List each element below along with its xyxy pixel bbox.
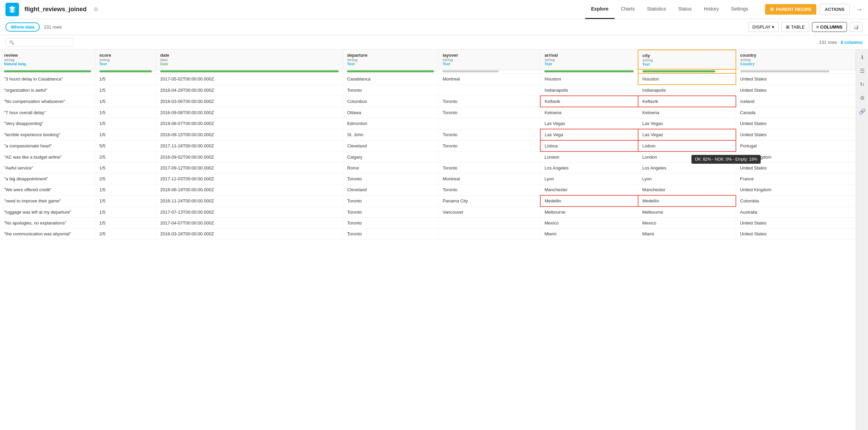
col-header-date[interactable]: date date Date — [156, 50, 343, 69]
cell-score[interactable]: 2/5 — [95, 151, 156, 163]
cell-city[interactable]: Indianapolis — [638, 85, 736, 96]
cell-departure[interactable]: Toronto — [343, 85, 438, 96]
cell-date[interactable]: 2016-09-08T00:00:00.000Z — [156, 107, 343, 118]
cell-review[interactable]: "Awful service" — [0, 163, 95, 174]
cell-city[interactable]: Manchester — [638, 184, 736, 196]
cell-city[interactable]: Houston — [638, 73, 736, 85]
search-wrap[interactable]: 🔍 — [5, 38, 73, 47]
cell-arrival[interactable]: Kelowna — [540, 107, 638, 118]
cell-review[interactable]: "AC was like a budget airline" — [0, 151, 95, 163]
cell-layover[interactable]: Toronto — [438, 96, 540, 107]
cell-review[interactable]: "the communication was abysmal" — [0, 229, 95, 239]
cell-layover[interactable]: Toronto — [438, 140, 540, 151]
cell-arrival[interactable]: Lyon — [540, 174, 638, 184]
actions-button[interactable]: ACTIONS — [820, 4, 850, 15]
list-sidebar-icon[interactable]: ☰ — [857, 66, 867, 75]
cell-arrival[interactable]: Mexico — [540, 218, 638, 229]
cell-country[interactable]: United States — [736, 129, 856, 140]
cell-date[interactable]: 2018-03-06T00:00:00.000Z — [156, 96, 343, 107]
cell-departure[interactable]: Casablanca — [343, 73, 438, 85]
cell-layover[interactable]: Toronto — [438, 129, 540, 140]
cell-departure[interactable]: Toronto — [343, 229, 438, 239]
refresh-sidebar-icon[interactable]: ↻ — [857, 79, 867, 89]
cell-city[interactable]: Los Angeles — [638, 163, 736, 174]
cell-layover[interactable] — [438, 151, 540, 163]
cell-layover[interactable] — [438, 229, 540, 239]
cell-review[interactable]: "No compensation whatsoever" — [0, 96, 95, 107]
cell-review[interactable]: "a big disappointment" — [0, 174, 95, 184]
col-header-country[interactable]: country string Country — [736, 50, 856, 69]
cell-arrival[interactable]: Melbourne — [540, 207, 638, 218]
table-container[interactable]: OK: 82% - NOK: 0% - Empty: 18% review st… — [0, 50, 856, 430]
cell-score[interactable]: 1/5 — [95, 85, 156, 96]
cell-score[interactable]: 1/5 — [95, 184, 156, 196]
cell-arrival[interactable]: Los Angeles — [540, 163, 638, 174]
cell-review[interactable]: "We were offered credit" — [0, 184, 95, 196]
cell-layover[interactable]: Montreal — [438, 73, 540, 85]
col-header-departure[interactable]: departure string Text — [343, 50, 438, 69]
cell-layover[interactable]: Panama City — [438, 195, 540, 207]
col-header-review[interactable]: review string Natural lang. — [0, 50, 95, 69]
cell-layover[interactable] — [438, 218, 540, 229]
cell-country[interactable]: United States — [736, 163, 856, 174]
search-input[interactable] — [16, 40, 70, 45]
cell-country[interactable]: United Kingdom — [736, 184, 856, 196]
cell-score[interactable]: 1/5 — [95, 163, 156, 174]
col-header-arrival[interactable]: arrival string Text — [540, 50, 638, 69]
cell-review[interactable]: "terrible experience booking" — [0, 129, 95, 140]
tab-statistics[interactable]: Statistics — [641, 0, 672, 19]
cell-score[interactable]: 1/5 — [95, 207, 156, 218]
cell-date[interactable]: 2017-04-07T00:00:00.000Z — [156, 218, 343, 229]
cell-departure[interactable]: Toronto — [343, 174, 438, 184]
col-header-score[interactable]: score string Text — [95, 50, 156, 69]
cell-score[interactable]: 2/5 — [95, 229, 156, 239]
cell-country[interactable]: Australia — [736, 207, 856, 218]
cell-country[interactable]: United States — [736, 118, 856, 129]
cell-date[interactable]: 2017-11-16T00:00:00.000Z — [156, 140, 343, 151]
cell-date[interactable]: 2017-09-12T00:00:00.000Z — [156, 163, 343, 174]
cell-date[interactable]: 2019-06-07T00:00:00.000Z — [156, 118, 343, 129]
cell-score[interactable]: 2/5 — [95, 174, 156, 184]
cell-departure[interactable]: Toronto — [343, 218, 438, 229]
cell-country[interactable]: France — [736, 174, 856, 184]
cell-departure[interactable]: Ottawa — [343, 107, 438, 118]
cell-layover[interactable] — [438, 118, 540, 129]
cell-city[interactable]: Las Vegas — [638, 129, 736, 140]
cell-review[interactable]: "luggage was left at my departure" — [0, 207, 95, 218]
cell-date[interactable]: 2017-12-03T00:00:00.000Z — [156, 174, 343, 184]
cell-city[interactable]: Lisbon — [638, 140, 736, 151]
cell-arrival[interactable]: Manchester — [540, 184, 638, 196]
cell-layover[interactable] — [438, 85, 540, 96]
cell-country[interactable]: Portugal — [736, 140, 856, 151]
cell-score[interactable]: 1/5 — [95, 195, 156, 207]
table-button[interactable]: ⊞ TABLE — [781, 22, 809, 32]
cell-layover[interactable]: Montreal — [438, 174, 540, 184]
info-sidebar-icon[interactable]: ℹ — [857, 52, 867, 62]
cell-review[interactable]: "organization is awful" — [0, 85, 95, 96]
link-sidebar-icon[interactable]: 🔗 — [857, 107, 867, 116]
cell-arrival[interactable]: Las Vega — [540, 129, 638, 140]
cell-date[interactable]: 2016-03-16T00:00:00.000Z — [156, 229, 343, 239]
whole-data-button[interactable]: Whole data — [5, 22, 40, 32]
cell-departure[interactable]: Cleveland — [343, 184, 438, 196]
col-header-layover[interactable]: layover string Text — [438, 50, 540, 69]
cell-date[interactable]: 2017-07-13T00:00:00.000Z — [156, 207, 343, 218]
cell-city[interactable]: Kelowna — [638, 107, 736, 118]
cell-date[interactable]: 2016-04-29T00:00:00.000Z — [156, 85, 343, 96]
settings-sidebar-icon[interactable]: ⚙ — [857, 93, 867, 103]
back-button[interactable]: → — [856, 5, 863, 13]
cell-score[interactable]: 1/5 — [95, 218, 156, 229]
parent-recipe-button[interactable]: ⚙ PARENT RECIPE — [765, 4, 816, 15]
tab-explore[interactable]: Explore — [585, 0, 615, 19]
cell-date[interactable]: 2017-05-02T00:00:00.000Z — [156, 73, 343, 85]
cell-arrival[interactable]: Las Vegas — [540, 118, 638, 129]
cell-review[interactable]: "7 hour overall delay" — [0, 107, 95, 118]
cell-arrival[interactable]: Lisboa — [540, 140, 638, 151]
cell-score[interactable]: 1/5 — [95, 73, 156, 85]
cell-arrival[interactable]: Keflavik — [540, 96, 638, 107]
cell-city[interactable]: Las Vegas — [638, 118, 736, 129]
cell-score[interactable]: 1/5 — [95, 107, 156, 118]
cell-city[interactable]: Mexico — [638, 218, 736, 229]
col-header-city[interactable]: city string Text — [638, 50, 736, 69]
tab-status[interactable]: Status — [672, 0, 698, 19]
